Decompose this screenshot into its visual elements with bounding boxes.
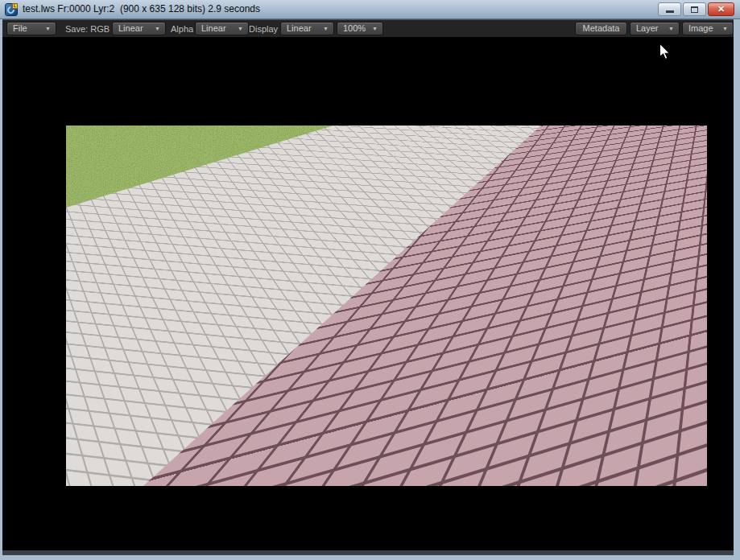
- layer-dropdown-label: Layer: [636, 23, 659, 35]
- alpha-label: Alpha: [171, 20, 193, 38]
- window-controls: ✕: [658, 2, 734, 16]
- display-mode-dropdown[interactable]: Linear ▼: [280, 22, 334, 35]
- mouse-cursor: [659, 43, 671, 60]
- save-rgb-label: Save: RGB: [65, 20, 110, 38]
- chevron-down-icon: ▼: [372, 26, 378, 31]
- chevron-down-icon: ▼: [238, 26, 243, 31]
- alpha-format-label: Linear: [201, 23, 226, 35]
- display-label: Display: [249, 20, 278, 38]
- window-title: test.lws Fr:0000 Lyr:2 (900 x 635 128 bi…: [23, 0, 260, 19]
- image-dropdown-label: Image: [688, 23, 713, 35]
- restore-button[interactable]: [683, 2, 706, 16]
- display-mode-label: Linear: [287, 23, 312, 35]
- rendered-image[interactable]: [66, 126, 707, 486]
- window-bottom-border: [0, 555, 740, 560]
- file-dropdown[interactable]: File ▼: [6, 22, 56, 35]
- metadata-button[interactable]: Metadata: [575, 22, 627, 35]
- restore-icon: [691, 6, 698, 13]
- chevron-down-icon: ▼: [323, 26, 329, 31]
- image-dropdown[interactable]: Image ▼: [682, 22, 734, 35]
- close-icon: ✕: [717, 3, 725, 15]
- toolbar: File ▼ Save: RGB Linear ▼ Alpha Linear ▼…: [2, 19, 734, 37]
- rgb-format-label: Linear: [118, 23, 143, 35]
- render-canvas[interactable]: [2, 37, 734, 550]
- chevron-down-icon: ▼: [155, 26, 160, 31]
- alpha-format-dropdown[interactable]: Linear ▼: [195, 22, 249, 35]
- minimize-icon: [666, 10, 674, 13]
- file-dropdown-label: File: [13, 23, 27, 35]
- minimize-button[interactable]: [658, 2, 681, 16]
- image-viewer-window: L test.lws Fr:0000 Lyr:2 (900 x 635 128 …: [0, 0, 740, 560]
- layer-dropdown[interactable]: Layer ▼: [630, 22, 680, 35]
- app-icon: L: [5, 3, 18, 16]
- close-button[interactable]: ✕: [708, 2, 734, 16]
- app-icon-layer-badge: L: [12, 3, 18, 9]
- rgb-format-dropdown[interactable]: Linear ▼: [112, 22, 166, 35]
- zoom-level-label: 100%: [343, 23, 366, 35]
- window-bottom-shadow: [2, 550, 734, 555]
- chevron-down-icon: ▼: [668, 26, 674, 31]
- chevron-down-icon: ▼: [45, 26, 51, 31]
- zoom-dropdown[interactable]: 100% ▼: [337, 22, 383, 35]
- titlebar[interactable]: L test.lws Fr:0000 Lyr:2 (900 x 635 128 …: [0, 0, 740, 19]
- metadata-button-label: Metadata: [576, 23, 626, 35]
- chevron-down-icon: ▼: [722, 26, 728, 31]
